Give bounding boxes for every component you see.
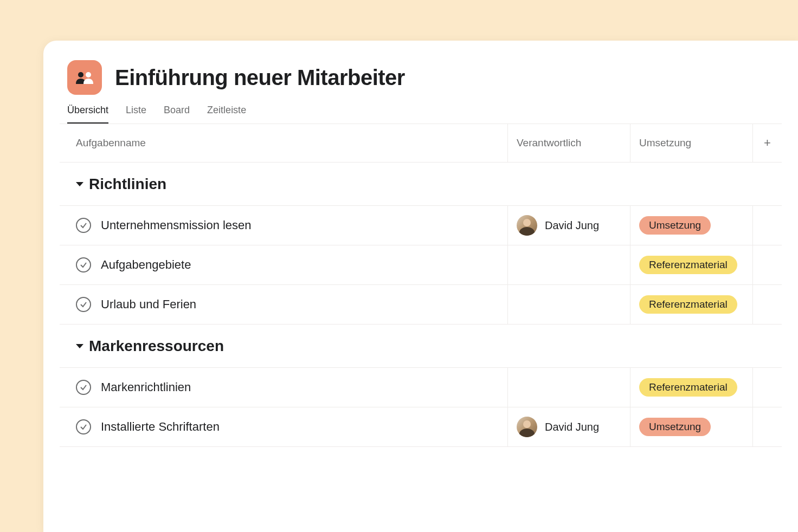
column-task-name[interactable]: Aufgabenname (60, 124, 507, 162)
task-assignee-cell[interactable]: David Jung (507, 206, 630, 245)
status-badge: Referenzmaterial (639, 295, 737, 314)
complete-task-button[interactable] (76, 218, 91, 233)
task-assignee-cell[interactable]: David Jung (507, 407, 630, 446)
task-tag-cell[interactable]: Umsetzung (630, 407, 752, 446)
task-name-cell[interactable]: Unternehmensmission lesen (60, 206, 507, 245)
task-tag-cell[interactable]: Referenzmaterial (630, 245, 752, 284)
section-title: Markenressourcen (89, 338, 224, 355)
assignee-name: David Jung (545, 219, 599, 232)
tab-board[interactable]: Board (164, 105, 190, 124)
table-header: Aufgabenname Verantwortlich Umsetzung + (60, 124, 782, 163)
section-header[interactable]: Markenressourcen (43, 325, 798, 368)
task-tag-cell[interactable]: Umsetzung (630, 206, 752, 245)
complete-task-button[interactable] (76, 257, 91, 273)
task-name: Urlaub und Ferien (101, 297, 196, 312)
status-badge: Referenzmaterial (639, 256, 737, 274)
task-name-cell[interactable]: Markenrichtlinien (60, 368, 507, 407)
checkmark-icon (80, 301, 87, 308)
checkmark-icon (80, 261, 87, 269)
complete-task-button[interactable] (76, 419, 91, 434)
caret-down-icon (76, 182, 83, 186)
complete-task-button[interactable] (76, 380, 91, 395)
section-title: Richtlinien (89, 176, 166, 193)
assignee-name: David Jung (545, 421, 599, 433)
task-assignee-cell[interactable] (507, 368, 630, 407)
people-icon (75, 68, 94, 87)
task-extra-cell[interactable] (752, 245, 782, 284)
task-extra-cell[interactable] (752, 368, 782, 407)
project-icon[interactable] (67, 60, 102, 95)
checkmark-icon (80, 222, 87, 229)
task-name: Markenrichtlinien (101, 380, 191, 394)
task-name-cell[interactable]: Urlaub und Ferien (60, 285, 507, 324)
caret-down-icon (76, 344, 83, 348)
task-name-cell[interactable]: Installierte Schriftarten (60, 407, 507, 446)
add-column-button[interactable]: + (752, 124, 782, 162)
task-name-cell[interactable]: Aufgabengebiete (60, 245, 507, 284)
task-name: Installierte Schriftarten (101, 420, 220, 434)
task-assignee-cell[interactable] (507, 285, 630, 324)
project-header: Einführung neuer Mitarbeiter (43, 41, 798, 95)
svg-point-1 (86, 72, 91, 77)
section-header[interactable]: Richtlinien (43, 163, 798, 206)
checkmark-icon (80, 423, 87, 431)
task-tag-cell[interactable]: Referenzmaterial (630, 285, 752, 324)
task-tag-cell[interactable]: Referenzmaterial (630, 368, 752, 407)
task-extra-cell[interactable] (752, 407, 782, 446)
task-name: Unternehmensmission lesen (101, 218, 252, 232)
task-row[interactable]: Urlaub und Ferien Referenzmaterial (60, 284, 782, 325)
tabs: Übersicht Liste Board Zeitleiste (43, 95, 798, 124)
status-badge: Referenzmaterial (639, 378, 737, 397)
project-card: Einführung neuer Mitarbeiter Übersicht L… (43, 41, 798, 532)
checkmark-icon (80, 384, 87, 391)
task-extra-cell[interactable] (752, 206, 782, 245)
task-row[interactable]: Aufgabengebiete Referenzmaterial (60, 245, 782, 285)
task-row[interactable]: Unternehmensmission lesen David Jung Ums… (60, 205, 782, 245)
tab-list[interactable]: Liste (126, 105, 146, 124)
avatar (517, 215, 537, 236)
status-badge: Umsetzung (639, 418, 711, 436)
tab-overview[interactable]: Übersicht (67, 105, 108, 124)
task-extra-cell[interactable] (752, 285, 782, 324)
tab-timeline[interactable]: Zeitleiste (207, 105, 246, 124)
status-badge: Umsetzung (639, 216, 711, 235)
task-row[interactable]: Installierte Schriftarten David Jung Ums… (60, 407, 782, 447)
column-tag[interactable]: Umsetzung (630, 124, 752, 162)
avatar (517, 417, 537, 437)
task-row[interactable]: Markenrichtlinien Referenzmaterial (60, 367, 782, 407)
svg-point-0 (78, 72, 83, 77)
complete-task-button[interactable] (76, 297, 91, 312)
task-assignee-cell[interactable] (507, 245, 630, 284)
column-assignee[interactable]: Verantwortlich (507, 124, 630, 162)
task-name: Aufgabengebiete (101, 258, 191, 272)
project-title: Einführung neuer Mitarbeiter (115, 66, 405, 90)
